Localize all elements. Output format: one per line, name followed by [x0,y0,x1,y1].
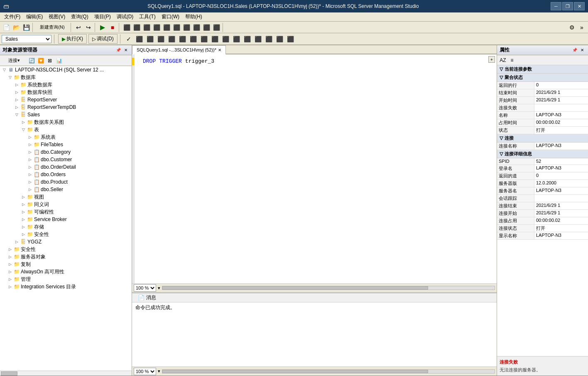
results-zoom-select[interactable]: 100 % [134,368,156,375]
expand-sales-security[interactable]: ▷ [20,231,27,238]
expand-sys-db[interactable]: ▷ [13,81,20,88]
tb2-btn6[interactable]: ⬛ [200,34,209,44]
tree-programmability[interactable]: ▷ 📁 可编程性 [0,208,132,216]
toolbar-btn8[interactable]: ⬛ [192,23,201,32]
tb2-btn5[interactable]: ⬛ [189,34,198,44]
oe-filter-btn[interactable]: 🔽 [37,57,45,65]
tree-integration[interactable]: ▷ 📁 Integration Services 目录 [0,283,132,290]
database-select[interactable]: Sales [2,35,51,43]
tree-views[interactable]: ▷ 📁 视图 [0,193,132,201]
prop-sort-cat-btn[interactable]: ≡ [508,56,516,64]
editor-tab-close[interactable]: ✕ [218,48,221,52]
tree-category[interactable]: ▷ 📋 dbo.Category [0,148,132,156]
expand-reportserver[interactable]: ▷ [13,96,20,103]
toolbar-btn6[interactable]: ⬛ [172,23,181,32]
expand-seller[interactable]: ▷ [27,186,33,193]
expand-root-security[interactable]: ▷ [7,246,13,253]
expand-sales[interactable]: ▽ [13,111,20,118]
tree-server-objects[interactable]: ▷ 📁 服务器对象 [0,253,132,260]
tree-diagram[interactable]: ▷ 📁 数据库关系图 [0,118,132,126]
tree-sales-security[interactable]: ▷ 📁 安全性 [0,231,132,238]
oe-horiz-scroll[interactable] [0,371,132,376]
undo-btn[interactable]: ↩ [74,23,83,32]
execute-button[interactable]: ▶ 执行(X) [58,34,87,44]
results-zoom-dropdown[interactable]: ▾ [158,369,160,374]
redo-btn[interactable]: ↪ [84,23,93,32]
expand-diagram[interactable]: ▷ [20,119,27,125]
tb2-btn12[interactable]: ⬛ [265,34,274,44]
tb2-btn13[interactable]: ⬛ [275,34,284,44]
toolbar-btn9[interactable]: ⬛ [202,23,211,32]
oe-connect-btn[interactable]: 连接▾ [2,57,27,65]
results-scrollbar-thumb[interactable] [162,370,428,373]
tree-service-broker[interactable]: ▷ 📁 Service Broker [0,216,132,223]
prop-sort-alpha-btn[interactable]: AZ [499,56,507,64]
parse-btn[interactable]: ⬛ [135,34,144,44]
expand-server[interactable]: ▽ [1,66,7,73]
oe-pin-btn[interactable]: 📌 [115,47,122,54]
expand-filetables[interactable]: ▷ [27,141,33,148]
new-query-btn[interactable]: 新建查询(N) [36,23,69,32]
expand-service-broker[interactable]: ▷ [20,216,27,223]
expand-management[interactable]: ▷ [7,276,13,283]
prop-close-btn[interactable]: ✕ [579,47,586,54]
menu-tools[interactable]: 工具(T) [137,12,158,21]
expand-yggz[interactable]: ▷ [13,238,20,245]
toolbar-btn1[interactable]: ⬛ [122,23,131,32]
expand-views[interactable]: ▷ [20,194,27,200]
tree-server[interactable]: ▽ 🖥 LAPTOP-N3SLOC1H (SQL Server 12 ... [0,66,132,74]
tree-customer[interactable]: ▷ 📋 dbo.Customer [0,156,132,163]
toolbar-btn4[interactable]: ⬛ [152,23,161,32]
editor-collapse-btn[interactable]: + [488,56,495,63]
extend-btn[interactable]: » [577,23,586,32]
tree-reportserver[interactable]: ▷ 🗄 ReportServer [0,96,132,103]
toolbar-btn7[interactable]: ⬛ [182,23,191,32]
tree-storage[interactable]: ▷ 📁 存储 [0,223,132,231]
oe-refresh-btn[interactable]: 🔄 [27,57,36,65]
tree-synonyms[interactable]: ▷ 📁 同义词 [0,201,132,208]
tb2-btn3[interactable]: ⬛ [167,34,176,44]
editor-tab[interactable]: SQLQuery1.sql -...3SLOC1H\myj (52))* ✕ [132,45,226,54]
close-button[interactable]: ✕ [574,2,585,10]
tree-sys-db[interactable]: ▷ 📁 系统数据库 [0,81,132,88]
menu-file[interactable]: 文件(F) [2,12,23,21]
expand-orders[interactable]: ▷ [27,171,33,178]
results-scrollbar-track[interactable] [162,369,495,374]
toolbar-btn3[interactable]: ⬛ [142,23,151,32]
expand-replication[interactable]: ▷ [7,261,13,268]
tb2-btn14[interactable]: ⬛ [286,34,295,44]
expand-server-objects[interactable]: ▷ [7,253,13,260]
editor-scrollbar-track[interactable] [162,286,495,290]
save-btn[interactable]: 💾 [22,23,31,32]
tree-orders[interactable]: ▷ 📋 dbo.Orders [0,171,132,178]
tb2-btn7[interactable]: ⬛ [211,34,220,44]
menu-window[interactable]: 窗口(W) [159,12,182,21]
tb2-btn4[interactable]: ⬛ [178,34,187,44]
tree-alwayson[interactable]: ▷ 📁 AlwaysOn 高可用性 [0,268,132,275]
oe-scroll-thumb[interactable] [1,371,17,376]
expand-snapshot[interactable]: ▷ [13,89,20,96]
prop-section-conn-params[interactable]: ▽ 当前连接参数 [497,65,588,74]
tb2-btn1[interactable]: ⬛ [146,34,155,44]
cancel-btn[interactable]: ■ [108,23,117,32]
editor-scrollbar-thumb[interactable] [162,286,428,290]
expand-storage[interactable]: ▷ [20,224,27,230]
prop-section-connect[interactable]: ▽ 连接 [497,134,588,143]
menu-view[interactable]: 视图(V) [46,12,68,21]
tree-root-security[interactable]: ▷ 📁 安全性 [0,246,132,253]
tb2-btn9[interactable]: ⬛ [232,34,241,44]
tree-sys-tables[interactable]: ▷ 📁 系统表 [0,133,132,141]
editor-zoom-select[interactable]: 100 % [134,284,156,292]
settings-btn[interactable]: ⚙ [567,23,576,32]
check-btn[interactable]: ✓ [124,34,133,44]
toolbar-btn5[interactable]: ⬛ [162,23,171,32]
tree-seller[interactable]: ▷ 📋 dbo.Seller [0,186,132,193]
prop-section-aggregate[interactable]: ▽ 聚合状态 [497,74,588,82]
new-file-btn[interactable]: 📄 [2,23,11,32]
tree-replication[interactable]: ▷ 📁 复制 [0,260,132,268]
expand-sys-tables[interactable]: ▷ [27,134,33,140]
tree-sales[interactable]: ▽ 🗄 Sales [0,111,132,118]
expand-category[interactable]: ▷ [27,149,33,155]
expand-tables[interactable]: ▽ [20,126,27,133]
menu-help[interactable]: 帮助(H) [183,12,205,21]
